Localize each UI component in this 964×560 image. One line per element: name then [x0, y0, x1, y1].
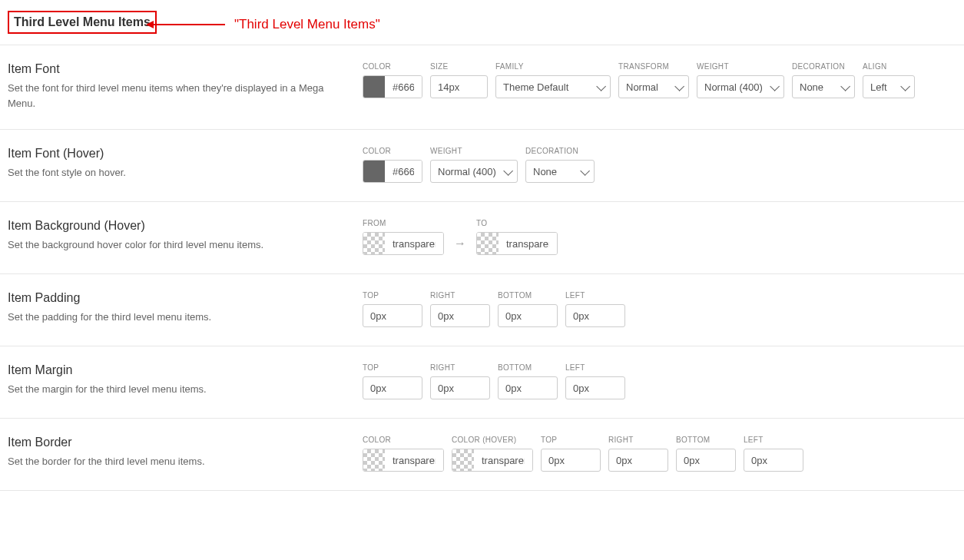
- transparent-swatch-icon[interactable]: [363, 449, 385, 471]
- section-header: Third Level Menu Items "Third Level Menu…: [0, 0, 964, 45]
- item-font-controls: COLOR SIZE FAMILY Theme Default TRANSFOR…: [363, 62, 915, 98]
- row-item-border: Item Border Set the border for the third…: [0, 419, 964, 491]
- item-font-size-input[interactable]: [430, 75, 488, 98]
- item-font-decoration-select[interactable]: None: [792, 75, 855, 98]
- item-border-controls: COLOR COLOR (HOVER) TOP RIGHT BOTTOM: [363, 436, 803, 472]
- border-right-input[interactable]: [608, 449, 668, 472]
- arrow-right-icon: →: [452, 219, 469, 255]
- item-bg-hover-title: Item Background (Hover): [8, 219, 347, 233]
- row-item-padding: Item Padding Set the padding for the thi…: [0, 274, 964, 346]
- label-family: FAMILY: [495, 62, 611, 71]
- margin-right-input[interactable]: [430, 376, 490, 399]
- row-item-padding-label: Item Padding Set the padding for the thi…: [8, 291, 363, 325]
- margin-bottom-input[interactable]: [498, 376, 558, 399]
- label-border-left: LEFT: [744, 436, 803, 444]
- arrow-line-icon: [152, 24, 225, 25]
- row-item-font-label: Item Font Set the font for third level m…: [8, 62, 363, 111]
- label-pad-left: LEFT: [565, 291, 625, 300]
- label-pad-bottom: BOTTOM: [498, 291, 558, 300]
- item-font-align-select[interactable]: Left: [863, 75, 915, 98]
- label-from: FROM: [363, 219, 444, 227]
- row-item-font-hover-label: Item Font (Hover) Set the font style on …: [8, 147, 363, 181]
- border-left-input[interactable]: [744, 449, 803, 472]
- hover-decoration-select[interactable]: None: [525, 160, 595, 183]
- border-top-input[interactable]: [541, 449, 601, 472]
- border-color-field[interactable]: [363, 449, 444, 472]
- item-font-title: Item Font: [8, 62, 347, 76]
- label-mar-top: TOP: [363, 363, 422, 372]
- row-item-bg-hover: Item Background (Hover) Set the backgrou…: [0, 202, 964, 274]
- border-color-hover-field[interactable]: [452, 449, 533, 472]
- label-hover-decoration: DECORATION: [525, 147, 595, 155]
- item-font-weight-select[interactable]: Normal (400): [697, 75, 784, 98]
- padding-left-input[interactable]: [565, 304, 625, 327]
- row-item-margin: Item Margin Set the margin for the third…: [0, 346, 964, 419]
- row-item-margin-label: Item Margin Set the margin for the third…: [8, 363, 363, 397]
- label-mar-left: LEFT: [565, 363, 625, 372]
- annotation-arrow: "Third Level Menu Items": [152, 17, 380, 32]
- margin-left-input[interactable]: [565, 376, 625, 399]
- item-bg-hover-desc: Set the background hover color for third…: [8, 237, 347, 253]
- item-margin-controls: TOP RIGHT BOTTOM LEFT: [363, 363, 625, 399]
- section-title-highlight: Third Level Menu Items: [8, 11, 157, 34]
- margin-top-input[interactable]: [363, 376, 422, 399]
- transparent-swatch-icon[interactable]: [363, 233, 385, 254]
- item-font-family-select[interactable]: Theme Default: [495, 75, 611, 98]
- item-bg-hover-controls: FROM → TO: [363, 219, 558, 255]
- item-padding-title: Item Padding: [8, 291, 347, 305]
- padding-top-input[interactable]: [363, 304, 422, 327]
- item-font-desc: Set the font for third level menu items …: [8, 81, 347, 111]
- section-title: Third Level Menu Items: [9, 12, 155, 32]
- item-font-hover-desc: Set the font style on hover.: [8, 165, 347, 181]
- transparent-swatch-icon[interactable]: [477, 233, 499, 254]
- hover-weight-select[interactable]: Normal (400): [430, 160, 518, 183]
- item-font-transform-select[interactable]: Normal: [618, 75, 689, 98]
- annotation-text: "Third Level Menu Items": [234, 17, 380, 32]
- border-color-input[interactable]: [385, 449, 443, 471]
- label-pad-right: RIGHT: [430, 291, 490, 300]
- padding-bottom-input[interactable]: [498, 304, 558, 327]
- label-hover-color: COLOR: [363, 147, 422, 155]
- bg-to-input[interactable]: [499, 233, 557, 254]
- arrow-head-icon: [146, 21, 154, 28]
- item-margin-desc: Set the margin for the third level menu …: [8, 382, 347, 397]
- label-pad-top: TOP: [363, 291, 422, 300]
- color-swatch-icon[interactable]: [363, 76, 385, 98]
- item-padding-controls: TOP RIGHT BOTTOM LEFT: [363, 291, 625, 327]
- item-border-desc: Set the border for the third level menu …: [8, 454, 347, 469]
- label-border-color-hover: COLOR (HOVER): [452, 436, 533, 444]
- label-to: TO: [476, 219, 558, 227]
- label-weight: WEIGHT: [697, 62, 784, 71]
- label-border-top: TOP: [541, 436, 601, 444]
- item-margin-title: Item Margin: [8, 363, 347, 377]
- border-bottom-input[interactable]: [676, 449, 736, 472]
- item-padding-desc: Set the padding for the third level menu…: [8, 310, 347, 325]
- item-font-hover-controls: COLOR WEIGHT Normal (400) DECORATION Non…: [363, 147, 595, 183]
- hover-color-input[interactable]: [385, 161, 422, 182]
- item-font-color-field[interactable]: [363, 75, 422, 98]
- bg-from-input[interactable]: [385, 233, 443, 254]
- label-size: SIZE: [430, 62, 488, 71]
- color-swatch-icon[interactable]: [363, 161, 385, 182]
- label-border-color: COLOR: [363, 436, 444, 444]
- item-font-hover-title: Item Font (Hover): [8, 147, 347, 161]
- label-transform: TRANSFORM: [618, 62, 689, 71]
- row-item-font-hover: Item Font (Hover) Set the font style on …: [0, 130, 964, 202]
- label-mar-right: RIGHT: [430, 363, 490, 372]
- padding-right-input[interactable]: [430, 304, 490, 327]
- row-item-bg-hover-label: Item Background (Hover) Set the backgrou…: [8, 219, 363, 253]
- row-item-font: Item Font Set the font for third level m…: [0, 45, 964, 130]
- transparent-swatch-icon[interactable]: [452, 449, 474, 471]
- hover-color-field[interactable]: [363, 160, 422, 183]
- border-color-hover-input[interactable]: [474, 449, 532, 471]
- row-item-border-label: Item Border Set the border for the third…: [8, 436, 363, 469]
- label-color: COLOR: [363, 62, 422, 71]
- item-font-color-input[interactable]: [385, 76, 422, 98]
- label-align: ALIGN: [863, 62, 915, 71]
- bg-to-field[interactable]: [476, 232, 558, 255]
- bg-from-field[interactable]: [363, 232, 444, 255]
- label-hover-weight: WEIGHT: [430, 147, 518, 155]
- label-decoration: DECORATION: [792, 62, 855, 71]
- label-mar-bottom: BOTTOM: [498, 363, 558, 372]
- item-border-title: Item Border: [8, 436, 347, 449]
